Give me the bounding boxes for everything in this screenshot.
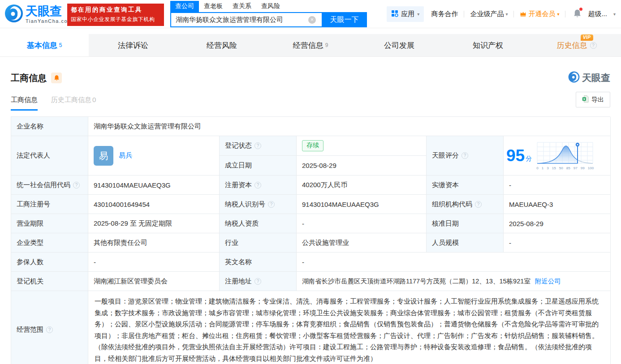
help-icon[interactable]: ?: [254, 142, 261, 149]
help-icon[interactable]: ?: [254, 182, 261, 188]
business-scope-value: 一般项目：游览景区管理；物业管理；建筑物清洁服务；专业保洁、清洗、消毒服务；工程…: [88, 291, 611, 364]
search-tab-risk[interactable]: 查风险: [256, 1, 285, 12]
notification-bell-icon[interactable]: [573, 9, 582, 20]
score-axis-ticks: 0131550859799100: [536, 166, 594, 170]
field-label: 登记机关: [11, 272, 88, 291]
field-label: 天眼评分?: [427, 136, 504, 176]
company-type-value: 其他有限责任公司: [88, 233, 220, 253]
subtab-history-registration[interactable]: 历史工商信息0: [51, 96, 96, 111]
apps-menu[interactable]: 应用 ▾: [387, 6, 424, 22]
tianyancha-logo[interactable]: 天眼查 TianYanCha.com: [4, 4, 73, 25]
chevron-down-icon: ▾: [505, 12, 508, 17]
menu-user[interactable]: 超级... ▾: [588, 10, 616, 18]
help-icon[interactable]: ?: [268, 201, 275, 208]
top-header: 天眼查 TianYanCha.com 都在用的商业查询工具 国家中小企业发展子基…: [0, 0, 621, 28]
notification-dot: [579, 8, 582, 11]
field-label: 英文名称: [220, 253, 297, 272]
slogan-line2: 国家中小企业发展子基金旗下机构: [71, 16, 160, 23]
menu-enterprise-products[interactable]: 企业级产品 ▾: [470, 10, 508, 18]
field-label: 行业: [220, 233, 297, 253]
tab-history-info[interactable]: 历史信息 VIP ?: [532, 34, 621, 56]
english-name-value: -: [297, 253, 611, 272]
header-menu: 应用 ▾ 商务合作 企业级产品 ▾ 开通会员 ▾: [387, 0, 616, 28]
field-label: 实缴资本: [427, 176, 504, 195]
search-input[interactable]: [170, 12, 322, 27]
field-label: 纳税人识别号?: [220, 195, 297, 214]
field-label: 统一社会信用代码?: [11, 176, 88, 195]
business-term-value: 2025-08-29 至 无固定期限: [88, 214, 220, 233]
field-label: 法定代表人: [11, 136, 88, 176]
reg-capital-value: 40200万人民币: [297, 176, 427, 195]
watermark-text: 天眼查: [582, 72, 610, 84]
field-label: 企业类型: [11, 233, 88, 253]
help-icon[interactable]: ?: [254, 278, 261, 285]
address-value: 湖南省长沙市岳麓区天顶街道环湖路1177号方茂苑（二期）12、13、15栋921…: [302, 277, 530, 286]
legal-rep-cell: 易 易兵: [88, 136, 220, 176]
taxpayer-id-value: 91430104MAEUAAEQ3G: [297, 195, 427, 214]
tianyancha-logo-icon: [4, 4, 23, 25]
score-unit: 分: [526, 155, 532, 163]
reg-number-value: 430104001649454: [88, 195, 220, 214]
nearby-companies-link[interactable]: 附近公司: [535, 277, 561, 286]
help-icon[interactable]: ?: [46, 326, 53, 333]
field-label: 成立日期: [220, 156, 297, 176]
tab-legal-proceedings[interactable]: 法律诉讼: [89, 34, 177, 56]
field-label: 人员规模: [427, 233, 504, 253]
search-type-tabs: 查公司 查老板 查关系 查风险: [170, 1, 367, 12]
help-icon[interactable]: ?: [73, 182, 80, 188]
search-tab-boss[interactable]: 查老板: [199, 1, 228, 12]
tab-operating-risk[interactable]: 经营风险: [177, 34, 266, 56]
field-label: 营业期限: [11, 214, 88, 233]
address-cell: 湖南省长沙市岳麓区天顶街道环湖路1177号方茂苑（二期）12、13、15栋921…: [297, 272, 611, 291]
excel-icon: [582, 95, 589, 104]
search-area: 查公司 查老板 查关系 查风险 × 天眼一下: [170, 1, 367, 27]
field-label: 注册资本?: [220, 176, 297, 195]
company-name-value: 湖南华扬联众文旅运营管理有限公司: [88, 117, 611, 136]
field-label: 纳税人资质: [220, 214, 297, 233]
tab-basic-info[interactable]: 基本信息 5: [0, 34, 89, 56]
score-value: 95: [506, 147, 525, 164]
field-label: 企业名称: [11, 117, 88, 136]
search-tab-company[interactable]: 查公司: [170, 1, 199, 12]
tab-company-development[interactable]: 公司发展: [355, 34, 444, 56]
tab-intellectual-property[interactable]: 知识产权: [444, 34, 532, 56]
industry-value: 公共设施管理业: [297, 233, 427, 253]
subtab-business-registration[interactable]: 工商信息: [11, 96, 38, 111]
org-code-value: MAEUAAEQ-3: [504, 195, 611, 214]
watermark-logo-icon: [568, 71, 580, 85]
company-nav-tabs: 基本信息 5 法律诉讼 经营风险 经营信息 9 公司发展 知识产权 历史信息 V…: [0, 34, 621, 57]
logo-domain: TianYanCha.com: [26, 18, 73, 24]
vip-badge: VIP: [581, 34, 593, 41]
chevron-down-icon: ▾: [417, 12, 419, 17]
score-distribution-chart: 0131550859799100: [536, 141, 594, 170]
logo-title: 天眼查: [26, 5, 73, 17]
menu-open-vip[interactable]: 开通会员 ▾: [520, 10, 559, 18]
legal-rep-link[interactable]: 易兵: [119, 151, 132, 160]
field-label: 登记状态?: [220, 136, 297, 156]
clear-icon[interactable]: ×: [308, 16, 316, 24]
apps-grid-icon: [391, 10, 398, 18]
status-badge: 存续: [302, 140, 323, 151]
search-tab-relation[interactable]: 查关系: [228, 1, 256, 12]
apps-label: 应用: [401, 10, 414, 18]
chevron-down-icon: ▾: [613, 12, 616, 17]
help-icon[interactable]: ?: [475, 201, 482, 208]
field-label: 工商注册号: [11, 195, 88, 214]
tab-business-info[interactable]: 经营信息 9: [266, 34, 355, 56]
credit-code-value: 91430104MAEUAAEQ3G: [88, 176, 220, 195]
subscribe-bell-icon[interactable]: [51, 73, 62, 83]
chevron-down-icon: ▾: [557, 12, 559, 17]
menu-cooperation[interactable]: 商务合作: [431, 10, 458, 18]
registration-info-table: 企业名称 湖南华扬联众文旅运营管理有限公司 法定代表人 易 易兵 登记状态? 存…: [11, 116, 610, 364]
paid-capital-value: -: [504, 176, 611, 195]
establish-date-value: 2025-08-29: [297, 156, 427, 176]
help-icon[interactable]: ?: [590, 42, 597, 49]
help-icon[interactable]: ?: [461, 152, 468, 159]
reg-authority-value: 湖南湘江新区管理委员会: [88, 272, 220, 291]
slogan-line1: 都在用的商业查询工具: [71, 6, 160, 14]
legal-rep-avatar[interactable]: 易: [94, 146, 113, 166]
field-label: 核准日期: [427, 214, 504, 233]
tab-count: 9: [325, 42, 328, 48]
export-button[interactable]: 导出: [576, 92, 610, 107]
search-button[interactable]: 天眼一下: [322, 12, 367, 27]
